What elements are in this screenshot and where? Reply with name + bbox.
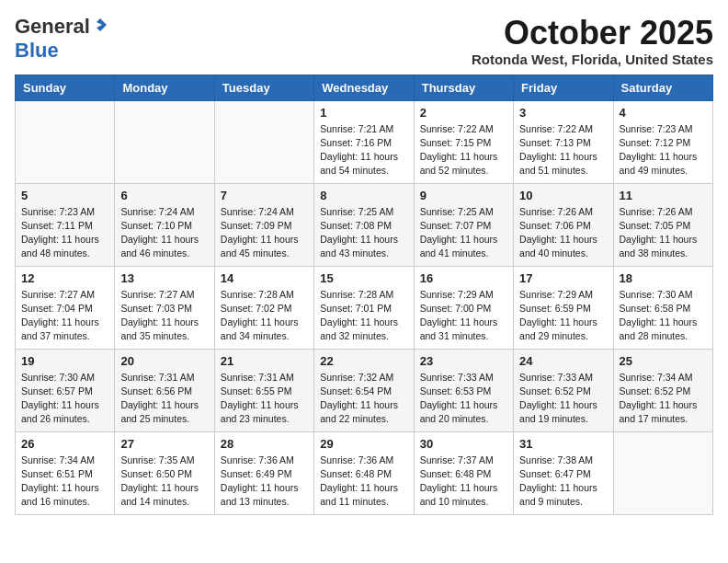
calendar-table: SundayMondayTuesdayWednesdayThursdayFrid… [15,75,713,515]
day-number: 27 [120,437,208,451]
logo-icon [92,17,108,33]
day-number: 10 [519,189,607,202]
day-info: Sunrise: 7:36 AMSunset: 6:49 PMDaylight:… [221,454,308,510]
day-info: Sunrise: 7:24 AMSunset: 7:10 PMDaylight:… [120,205,208,261]
day-number: 1 [320,106,407,120]
day-info: Sunrise: 7:38 AMSunset: 6:47 PMDaylight:… [519,454,607,510]
day-info: Sunrise: 7:27 AMSunset: 7:03 PMDaylight:… [120,288,208,344]
calendar-cell [214,100,313,183]
day-info: Sunrise: 7:26 AMSunset: 7:06 PMDaylight:… [519,205,607,261]
calendar-cell: 1Sunrise: 7:21 AMSunset: 7:16 PMDaylight… [314,100,414,183]
day-number: 16 [420,271,507,285]
day-number: 14 [221,271,308,285]
day-number: 30 [420,437,507,451]
day-info: Sunrise: 7:31 AMSunset: 6:55 PMDaylight:… [221,371,308,427]
title-area: October 2025 Rotonda West, Florida, Unit… [472,15,713,67]
calendar-cell: 7Sunrise: 7:24 AMSunset: 7:09 PMDaylight… [214,183,313,266]
calendar-week-row: 12Sunrise: 7:27 AMSunset: 7:04 PMDayligh… [16,266,713,349]
day-number: 4 [620,106,707,120]
calendar-cell: 17Sunrise: 7:29 AMSunset: 6:59 PMDayligh… [514,266,613,349]
day-number: 6 [120,189,208,202]
day-number: 7 [221,189,308,202]
day-info: Sunrise: 7:35 AMSunset: 6:50 PMDaylight:… [120,454,208,510]
day-info: Sunrise: 7:30 AMSunset: 6:58 PMDaylight:… [620,288,707,344]
day-number: 31 [519,437,607,451]
day-info: Sunrise: 7:22 AMSunset: 7:15 PMDaylight:… [420,122,507,178]
weekday-header: Monday [115,75,214,100]
day-info: Sunrise: 7:28 AMSunset: 7:01 PMDaylight:… [320,288,407,344]
calendar-cell [115,100,214,183]
day-info: Sunrise: 7:33 AMSunset: 6:53 PMDaylight:… [420,371,507,427]
calendar-cell: 27Sunrise: 7:35 AMSunset: 6:50 PMDayligh… [115,431,214,514]
day-info: Sunrise: 7:22 AMSunset: 7:13 PMDaylight:… [519,122,607,178]
calendar-cell: 31Sunrise: 7:38 AMSunset: 6:47 PMDayligh… [514,431,613,514]
calendar-cell: 30Sunrise: 7:37 AMSunset: 6:48 PMDayligh… [414,431,513,514]
weekday-header: Sunday [16,75,115,100]
page-header: General Blue October 2025 Rotonda West, … [15,15,713,67]
svg-marker-0 [97,18,107,31]
calendar-cell: 15Sunrise: 7:28 AMSunset: 7:01 PMDayligh… [314,266,414,349]
logo-general-text: General [15,15,90,39]
day-number: 18 [620,271,707,285]
calendar-cell [613,431,712,514]
day-number: 5 [21,189,108,202]
calendar-cell: 21Sunrise: 7:31 AMSunset: 6:55 PMDayligh… [214,349,313,431]
logo: General Blue [15,15,108,63]
calendar-cell: 10Sunrise: 7:26 AMSunset: 7:06 PMDayligh… [514,183,613,266]
day-number: 2 [420,106,507,120]
calendar-cell [16,100,115,183]
day-info: Sunrise: 7:21 AMSunset: 7:16 PMDaylight:… [320,122,407,178]
calendar-week-row: 26Sunrise: 7:34 AMSunset: 6:51 PMDayligh… [16,431,713,514]
day-number: 28 [221,437,308,451]
calendar-cell: 14Sunrise: 7:28 AMSunset: 7:02 PMDayligh… [214,266,313,349]
day-info: Sunrise: 7:32 AMSunset: 6:54 PMDaylight:… [320,371,407,427]
day-number: 15 [320,271,407,285]
day-info: Sunrise: 7:33 AMSunset: 6:52 PMDaylight:… [519,371,607,427]
day-number: 20 [120,354,208,368]
day-number: 29 [320,437,407,451]
day-number: 8 [320,189,407,202]
calendar-cell: 28Sunrise: 7:36 AMSunset: 6:49 PMDayligh… [214,431,313,514]
day-number: 19 [21,354,108,368]
calendar-cell: 24Sunrise: 7:33 AMSunset: 6:52 PMDayligh… [514,349,613,431]
day-number: 12 [21,271,108,285]
calendar-cell: 8Sunrise: 7:25 AMSunset: 7:08 PMDaylight… [314,183,414,266]
day-number: 25 [620,354,707,368]
weekday-header: Tuesday [214,75,313,100]
calendar-cell: 26Sunrise: 7:34 AMSunset: 6:51 PMDayligh… [16,431,115,514]
weekday-header: Wednesday [314,75,414,100]
calendar-cell: 19Sunrise: 7:30 AMSunset: 6:57 PMDayligh… [16,349,115,431]
day-info: Sunrise: 7:31 AMSunset: 6:56 PMDaylight:… [120,371,208,427]
weekday-header-row: SundayMondayTuesdayWednesdayThursdayFrid… [16,75,713,100]
calendar-cell: 12Sunrise: 7:27 AMSunset: 7:04 PMDayligh… [16,266,115,349]
calendar-cell: 29Sunrise: 7:36 AMSunset: 6:48 PMDayligh… [314,431,414,514]
day-info: Sunrise: 7:23 AMSunset: 7:12 PMDaylight:… [620,122,707,178]
day-info: Sunrise: 7:36 AMSunset: 6:48 PMDaylight:… [320,454,407,510]
day-info: Sunrise: 7:34 AMSunset: 6:51 PMDaylight:… [21,454,108,510]
weekday-header: Saturday [613,75,712,100]
calendar-cell: 5Sunrise: 7:23 AMSunset: 7:11 PMDaylight… [16,183,115,266]
calendar-week-row: 5Sunrise: 7:23 AMSunset: 7:11 PMDaylight… [16,183,713,266]
day-number: 22 [320,354,407,368]
day-info: Sunrise: 7:23 AMSunset: 7:11 PMDaylight:… [21,205,108,261]
calendar-cell: 23Sunrise: 7:33 AMSunset: 6:53 PMDayligh… [414,349,513,431]
calendar-cell: 18Sunrise: 7:30 AMSunset: 6:58 PMDayligh… [613,266,712,349]
calendar-cell: 11Sunrise: 7:26 AMSunset: 7:05 PMDayligh… [613,183,712,266]
calendar-cell: 4Sunrise: 7:23 AMSunset: 7:12 PMDaylight… [613,100,712,183]
calendar-week-row: 1Sunrise: 7:21 AMSunset: 7:16 PMDaylight… [16,100,713,183]
day-info: Sunrise: 7:25 AMSunset: 7:08 PMDaylight:… [320,205,407,261]
day-info: Sunrise: 7:37 AMSunset: 6:48 PMDaylight:… [420,454,507,510]
location-subtitle: Rotonda West, Florida, United States [472,52,713,67]
day-number: 13 [120,271,208,285]
day-info: Sunrise: 7:29 AMSunset: 6:59 PMDaylight:… [519,288,607,344]
day-info: Sunrise: 7:29 AMSunset: 7:00 PMDaylight:… [420,288,507,344]
calendar-week-row: 19Sunrise: 7:30 AMSunset: 6:57 PMDayligh… [16,349,713,431]
day-info: Sunrise: 7:26 AMSunset: 7:05 PMDaylight:… [620,205,707,261]
calendar-cell: 6Sunrise: 7:24 AMSunset: 7:10 PMDaylight… [115,183,214,266]
day-number: 21 [221,354,308,368]
day-info: Sunrise: 7:24 AMSunset: 7:09 PMDaylight:… [221,205,308,261]
calendar-cell: 13Sunrise: 7:27 AMSunset: 7:03 PMDayligh… [115,266,214,349]
day-number: 17 [519,271,607,285]
day-number: 9 [420,189,507,202]
day-info: Sunrise: 7:27 AMSunset: 7:04 PMDaylight:… [21,288,108,344]
